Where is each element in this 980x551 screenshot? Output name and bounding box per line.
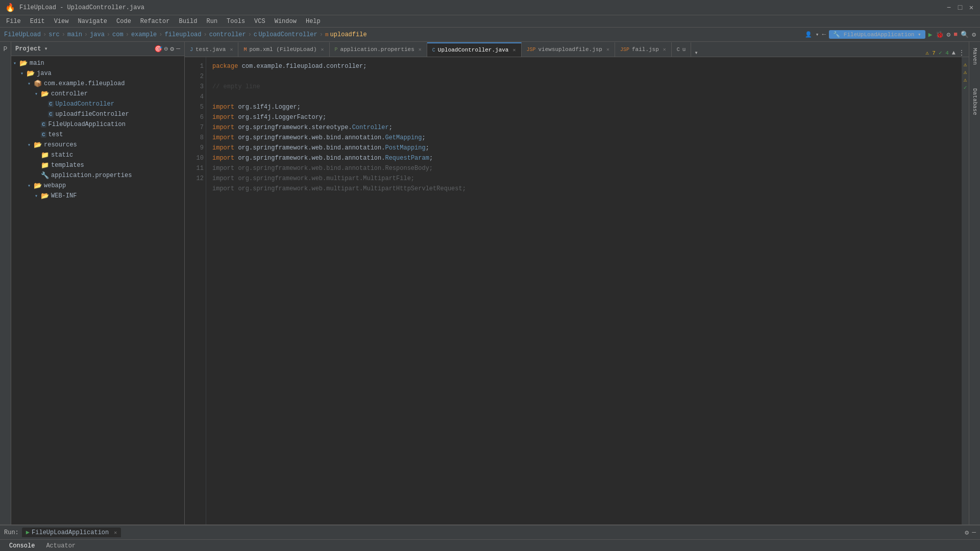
coverage-icon[interactable]: ⚙	[947, 31, 951, 39]
console-tabs: Console Actuator	[0, 540, 980, 551]
back-icon[interactable]: ←	[822, 31, 826, 38]
breadcrumb-controller[interactable]: controller	[209, 31, 246, 38]
panel-minimize-btn[interactable]: —	[972, 529, 976, 536]
tab-more[interactable]: C u	[672, 42, 692, 57]
run-label: Run:	[4, 529, 19, 536]
tree-item-com-example-fileupload[interactable]: ▾📦com.example.fileupload	[11, 79, 184, 89]
panel-settings-icon[interactable]: ⚙	[170, 45, 174, 53]
window-title: FileUpLoad - UploadController.java	[19, 4, 144, 11]
tabs-bar: J test.java ✕ M pom.xml (FileUpLoad) ✕ P…	[185, 42, 969, 57]
tree-item-static[interactable]: 📁static	[11, 150, 184, 160]
panel-dropdown[interactable]: ▾	[44, 45, 47, 53]
tree-item-FileUpLoadApplication[interactable]: CFileUpLoadApplication	[11, 119, 184, 130]
tabs-overflow[interactable]: ▾	[691, 49, 701, 57]
stop-icon[interactable]: ■	[953, 31, 958, 38]
maven-tab[interactable]: Maven	[970, 44, 980, 69]
menu-code[interactable]: Code	[112, 17, 135, 26]
menu-navigate[interactable]: Navigate	[74, 17, 111, 26]
menu-tools[interactable]: Tools	[223, 17, 249, 26]
tree-item-application-properties[interactable]: 🔧application.properties	[11, 170, 184, 181]
project-tree: ▾📂main▾📂java▾📦com.example.fileupload▾📂co…	[11, 56, 184, 524]
tab-application-properties[interactable]: P application.properties ✕	[330, 42, 427, 57]
tree-item-WEB-INF[interactable]: ▾📂WEB-INF	[11, 191, 184, 201]
run-icon-small: ▶	[26, 529, 30, 536]
left-icon-bar: P	[0, 42, 11, 524]
project-panel-title: Project	[15, 45, 41, 53]
breadcrumb-src[interactable]: src	[48, 31, 60, 38]
tree-item-webapp[interactable]: ▾📂webapp	[11, 181, 184, 191]
breadcrumb-com[interactable]: com	[112, 31, 124, 38]
tree-item-main[interactable]: ▾📂main	[11, 58, 184, 68]
tab-views-upload[interactable]: JSP viewsuploadfile.jsp ✕	[522, 42, 615, 57]
ok-count: ✓ 4	[939, 49, 949, 56]
menu-bar: FileEditViewNavigateCodeRefactorBuildRun…	[0, 15, 980, 28]
debug-icon[interactable]: 🐞	[936, 31, 944, 39]
breadcrumb-bar: FileUpLoad › src › main › java › com › e…	[0, 28, 980, 42]
breadcrumb-class[interactable]: C UploadController	[254, 31, 317, 38]
menu-build[interactable]: Build	[175, 17, 201, 26]
line-numbers: 1 2 3 4 5 6 7 8 9 10 11 12	[185, 57, 206, 524]
menu-help[interactable]: Help	[302, 17, 325, 26]
more-icon[interactable]: ⋮	[959, 49, 965, 57]
tree-item-java[interactable]: ▾📂java	[11, 68, 184, 79]
tab-pom-xml[interactable]: M pom.xml (FileUpLoad) ✕	[238, 42, 329, 57]
tree-item-controller[interactable]: ▾📂controller	[11, 89, 184, 99]
close-run-tab[interactable]: ✕	[114, 530, 117, 536]
project-panel: Project ▾ 🎯 ⊖ ⚙ — ▾📂main▾📂java▾📦com.exam…	[11, 42, 185, 524]
menu-window[interactable]: Window	[271, 17, 301, 26]
tree-item-UploadController[interactable]: CUploadController	[11, 99, 184, 109]
minimize-button[interactable]: −	[945, 4, 952, 11]
collapse-all-icon[interactable]: ⊖	[164, 45, 168, 53]
menu-edit[interactable]: Edit	[26, 17, 49, 26]
project-panel-header: Project ▾ 🎯 ⊖ ⚙ —	[11, 42, 184, 56]
breadcrumb-method[interactable]: m uploadfile	[325, 31, 367, 38]
warning-count: ⚠ 7	[925, 49, 936, 56]
editor-gutter: ⚠ ⚠ ⚠ ✓	[962, 57, 969, 524]
tree-item-uploadfileController[interactable]: CuploadfileController	[11, 109, 184, 119]
menu-vcs[interactable]: VCS	[250, 17, 270, 26]
panel-hide-icon[interactable]: —	[176, 45, 180, 53]
editor-header-right: ⚠ 7 ✓ 4 ▲ ⋮	[925, 49, 969, 57]
tree-item-test[interactable]: Ctest	[11, 130, 184, 140]
breadcrumb-fileupload2[interactable]: fileupload	[165, 31, 202, 38]
tab-test-java[interactable]: J test.java ✕	[185, 42, 238, 57]
breadcrumb-example[interactable]: example	[131, 31, 157, 38]
app-run-tab[interactable]: ▶ FileUpLoadApplication ✕	[22, 528, 121, 537]
breadcrumb-icons: 👤 ▾ ← 🔧 FileUpLoadApplication ▾ ▶ 🐞 ⚙ ■ …	[805, 30, 976, 39]
close-button[interactable]: ✕	[968, 4, 975, 11]
breadcrumb-main[interactable]: main	[67, 31, 82, 38]
tree-item-templates[interactable]: 📁templates	[11, 160, 184, 170]
run-config-dropdown[interactable]: 🔧 FileUpLoadApplication ▾	[829, 30, 925, 39]
panel-settings-btn[interactable]: ⚙	[965, 529, 969, 537]
tree-item-resources[interactable]: ▾📂resources	[11, 140, 184, 150]
run-icon[interactable]: ▶	[928, 31, 933, 39]
maximize-button[interactable]: □	[957, 4, 964, 11]
breadcrumb-fileupload[interactable]: FileUpLoad	[4, 31, 41, 38]
settings-icon[interactable]: ⚙	[972, 31, 976, 39]
database-tab[interactable]: Database	[970, 84, 980, 119]
expand-icon[interactable]: ▲	[952, 49, 955, 57]
tab-upload-controller[interactable]: C UploadController.java ✕	[427, 42, 522, 57]
locate-file-icon[interactable]: 🎯	[154, 45, 162, 53]
bottom-panel: Run: ▶ FileUpLoadApplication ✕ ⚙ — Conso…	[0, 524, 980, 551]
actuator-tab-label: Actuator	[46, 542, 76, 549]
menu-refactor[interactable]: Refactor	[136, 17, 174, 26]
right-sidebar: Maven Database	[969, 42, 980, 524]
breadcrumb-java[interactable]: java	[90, 31, 105, 38]
console-tab-label: Console	[9, 542, 35, 549]
title-bar: 🔥 FileUpLoad - UploadController.java − □…	[0, 0, 980, 15]
profile-dropdown[interactable]: 👤 ▾	[805, 31, 819, 38]
menu-file[interactable]: File	[2, 17, 25, 26]
app-name: FileUpLoadApplication	[32, 529, 109, 536]
menu-view[interactable]: View	[50, 17, 73, 26]
tab-actuator[interactable]: Actuator	[41, 541, 81, 552]
menu-run[interactable]: Run	[202, 17, 222, 26]
project-tab[interactable]: P	[2, 44, 9, 55]
tab-close-test[interactable]: ✕	[230, 46, 233, 53]
tab-console[interactable]: Console	[4, 541, 40, 552]
code-view[interactable]: package com.example.fileupload.controlle…	[206, 57, 962, 524]
app-icon: 🔥	[5, 3, 15, 13]
search-everywhere-icon[interactable]: 🔍	[961, 31, 969, 39]
editor-area: J test.java ✕ M pom.xml (FileUpLoad) ✕ P…	[185, 42, 969, 524]
tab-fail-jsp[interactable]: JSP fail.jsp ✕	[615, 42, 672, 57]
